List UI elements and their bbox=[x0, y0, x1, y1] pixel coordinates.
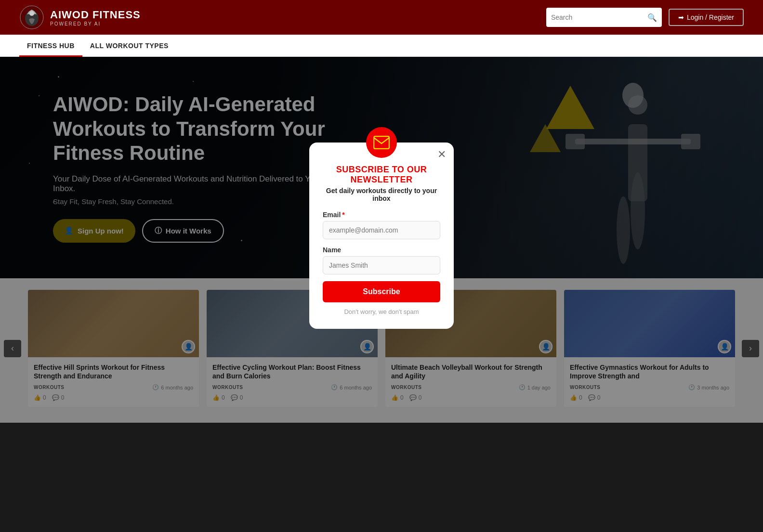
how-it-works-button[interactable]: ⓘ How it Works bbox=[142, 219, 224, 243]
signup-label: Sign Up now! bbox=[78, 227, 124, 235]
how-label: How it Works bbox=[166, 227, 211, 235]
svg-rect-7 bbox=[566, 134, 585, 149]
comment-icon-3: 💬 bbox=[409, 394, 417, 401]
email-form-group: Email* bbox=[323, 211, 440, 239]
card-1-tag: WORKOUTS bbox=[34, 385, 64, 390]
card-4-body: Effective Gymnastics Workout for Adults … bbox=[564, 357, 735, 407]
card-3-title: Ultimate Beach Volleyball Workout for St… bbox=[391, 363, 551, 380]
card-2-avatar: 👤 bbox=[360, 340, 374, 353]
svg-point-10 bbox=[617, 196, 630, 264]
name-form-group: Name bbox=[323, 246, 440, 274]
modal-title: SUBSCRIBE TO OUR NEWSLETTER bbox=[323, 165, 440, 185]
like-icon-4: 👍 bbox=[570, 394, 577, 401]
card-3-body: Ultimate Beach Volleyball Workout for St… bbox=[385, 357, 556, 407]
card-2-title: Effective Cycling Workout Plan: Boost Fi… bbox=[212, 363, 372, 380]
like-icon: 👍 bbox=[34, 394, 41, 401]
login-register-button[interactable]: ➡ Login / Register bbox=[669, 9, 744, 26]
search-input[interactable] bbox=[551, 13, 645, 21]
email-input[interactable] bbox=[323, 221, 440, 239]
hero-title: AIWOD: Daily AI-Generated Workouts to Tr… bbox=[53, 92, 337, 165]
search-bar[interactable]: 🔍 bbox=[546, 8, 662, 27]
card-3-tag: WORKOUTS bbox=[391, 385, 421, 390]
like-icon-3: 👍 bbox=[391, 394, 398, 401]
star-6 bbox=[193, 81, 194, 82]
card-4-title: Effective Gymnastics Workout for Adults … bbox=[570, 363, 729, 380]
email-label: Email* bbox=[323, 211, 440, 219]
card-1-image: 👤 bbox=[28, 290, 199, 357]
question-icon: ⓘ bbox=[155, 226, 162, 235]
card-3-comments: 💬 0 bbox=[409, 394, 422, 401]
card-2-time: 🕐 6 months ago bbox=[331, 384, 372, 390]
name-label: Name bbox=[323, 246, 440, 254]
card-2-body: Effective Cycling Workout Plan: Boost Fi… bbox=[207, 357, 378, 407]
clock-icon: 🕐 bbox=[152, 384, 159, 390]
modal-subtitle: Get daily workouts directly to your inbo… bbox=[323, 187, 440, 202]
comment-icon-2: 💬 bbox=[231, 394, 238, 401]
logo-text-block: AIWOD FITNESS POWERED BY AI bbox=[50, 9, 141, 26]
page-sections: AIWOD: Daily AI-Generated Workouts to Tr… bbox=[0, 57, 763, 423]
user-icon: 👤 bbox=[65, 226, 74, 235]
card-1-likes: 👍 0 bbox=[34, 394, 46, 401]
search-icon: 🔍 bbox=[647, 13, 657, 22]
nav-bar: FITNESS HUB ALL WORKOUT TYPES bbox=[0, 35, 763, 57]
card-1-comments: 💬 0 bbox=[52, 394, 65, 401]
newsletter-modal: ✕ SUBSCRIBE TO OUR NEWSLETTER Get daily … bbox=[309, 143, 454, 329]
hero-athlete bbox=[522, 66, 724, 269]
email-required: * bbox=[342, 211, 344, 219]
card-3-meta: WORKOUTS 🕐 1 day ago bbox=[391, 384, 551, 390]
card-3-avatar: 👤 bbox=[539, 340, 553, 353]
logo-icon bbox=[19, 5, 44, 30]
card-2-tag: WORKOUTS bbox=[212, 385, 243, 390]
hero-buttons: 👤 Sign Up now! ⓘ How it Works bbox=[53, 219, 337, 243]
star-1 bbox=[58, 76, 59, 78]
hero-tagline: Stay Fit, Stay Fresh, Stay Connected. bbox=[53, 197, 337, 206]
card-3-stats: 👍 0 💬 0 bbox=[391, 394, 551, 401]
card-1: 👤 Effective Hill Sprints Workout for Fit… bbox=[28, 290, 199, 407]
svg-rect-8 bbox=[681, 134, 700, 149]
page-wrapper: AIWOD FITNESS POWERED BY AI 🔍 ➡ Login / … bbox=[0, 0, 763, 532]
svg-point-2 bbox=[29, 11, 34, 16]
card-4-image: 👤 bbox=[564, 290, 735, 357]
subscribe-button[interactable]: Subscribe bbox=[323, 281, 440, 302]
logo-area: AIWOD FITNESS POWERED BY AI bbox=[19, 5, 141, 30]
name-input[interactable] bbox=[323, 256, 440, 274]
card-4-meta: WORKOUTS 🕐 3 months ago bbox=[570, 384, 729, 390]
nav-all-workout-types[interactable]: ALL WORKOUT TYPES bbox=[82, 35, 176, 57]
clock-icon-2: 🕐 bbox=[331, 384, 338, 390]
card-2-comments: 💬 0 bbox=[231, 394, 243, 401]
logo-name: AIWOD FITNESS bbox=[50, 9, 141, 21]
card-2-likes: 👍 0 bbox=[212, 394, 225, 401]
card-4-avatar: 👤 bbox=[718, 340, 731, 353]
logo-sub: POWERED BY AI bbox=[50, 21, 141, 26]
svg-point-9 bbox=[631, 172, 645, 249]
carousel-next-button[interactable]: › bbox=[742, 340, 759, 357]
card-1-body: Effective Hill Sprints Workout for Fitne… bbox=[28, 357, 199, 407]
card-4-comments: 💬 0 bbox=[588, 394, 601, 401]
card-4-stats: 👍 0 💬 0 bbox=[570, 394, 729, 401]
card-1-meta: WORKOUTS 🕐 6 months ago bbox=[34, 384, 193, 390]
hero-subtitle: Your Daily Dose of AI-Generated Workouts… bbox=[53, 174, 337, 194]
card-2-meta: WORKOUTS 🕐 6 months ago bbox=[212, 384, 372, 390]
card-2-stats: 👍 0 💬 0 bbox=[212, 394, 372, 401]
modal-close-button[interactable]: ✕ bbox=[437, 149, 446, 160]
card-1-stats: 👍 0 💬 0 bbox=[34, 394, 193, 401]
carousel-prev-button[interactable]: ‹ bbox=[4, 340, 21, 357]
card-4-time: 🕐 3 months ago bbox=[688, 384, 729, 390]
card-3-time: 🕐 1 day ago bbox=[519, 384, 551, 390]
card-1-title: Effective Hill Sprints Workout for Fitne… bbox=[34, 363, 193, 380]
nav-fitness-hub[interactable]: FITNESS HUB bbox=[19, 35, 82, 57]
header-right: 🔍 ➡ Login / Register bbox=[546, 8, 744, 27]
login-label: Login / Register bbox=[687, 13, 734, 21]
like-icon-2: 👍 bbox=[212, 394, 220, 401]
comment-icon-4: 💬 bbox=[588, 394, 595, 401]
login-icon: ➡ bbox=[678, 13, 684, 21]
card-4-likes: 👍 0 bbox=[570, 394, 582, 401]
card-3-likes: 👍 0 bbox=[391, 394, 404, 401]
clock-icon-3: 🕐 bbox=[519, 384, 526, 390]
header: AIWOD FITNESS POWERED BY AI 🔍 ➡ Login / … bbox=[0, 0, 763, 35]
hero-content: AIWOD: Daily AI-Generated Workouts to Tr… bbox=[0, 92, 337, 242]
clock-icon-4: 🕐 bbox=[688, 384, 695, 390]
card-4-tag: WORKOUTS bbox=[570, 385, 600, 390]
signup-button[interactable]: 👤 Sign Up now! bbox=[53, 219, 135, 243]
svg-point-11 bbox=[622, 83, 644, 108]
